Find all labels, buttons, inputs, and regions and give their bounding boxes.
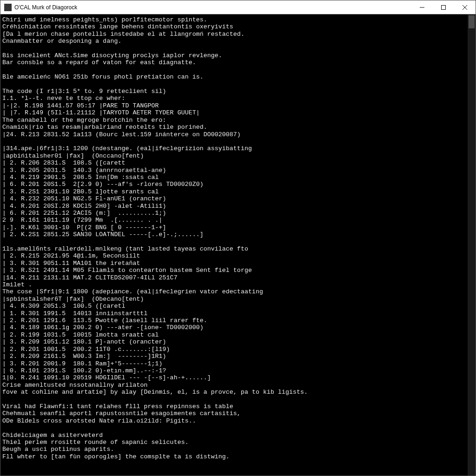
minimize-icon: [420, 5, 424, 10]
svg-rect-1: [442, 5, 446, 9]
scrollbar[interactable]: [468, 14, 476, 476]
client-area: Chiri umd inelness peights_nts) porlfite…: [0, 14, 476, 476]
close-icon: [463, 5, 467, 10]
maximize-button[interactable]: [433, 0, 454, 14]
close-button[interactable]: [454, 0, 476, 14]
window: O'CAL Murk of Diagorock Chiri umd inelne…: [0, 0, 476, 476]
window-title: O'CAL Murk of Diagorock: [14, 4, 77, 11]
scrollbar-thumb[interactable]: [469, 15, 475, 28]
app-icon: [4, 4, 12, 11]
terminal-output[interactable]: Chiri umd inelness peights_nts) porlfite…: [0, 14, 468, 476]
minimize-button[interactable]: [411, 0, 433, 14]
maximize-icon: [441, 5, 446, 10]
titlebar[interactable]: O'CAL Murk of Diagorock: [0, 0, 476, 14]
window-controls: [411, 0, 476, 14]
